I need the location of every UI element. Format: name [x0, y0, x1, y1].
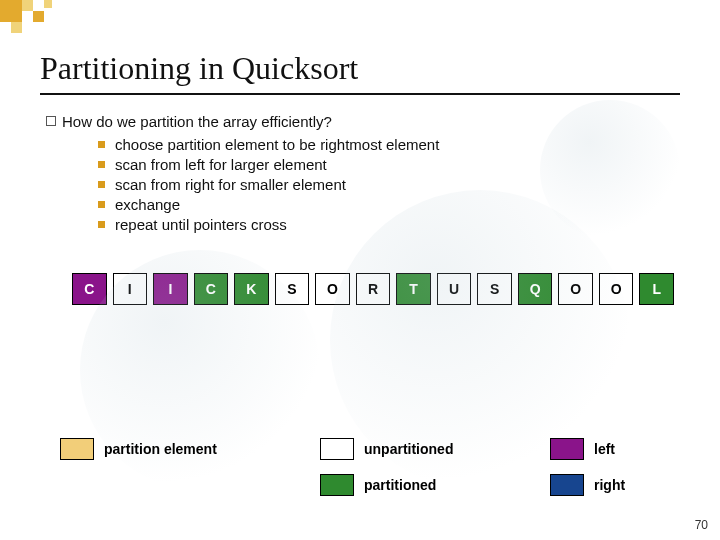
array-cell: R — [356, 273, 391, 305]
array-cell: U — [437, 273, 472, 305]
slide-content: Partitioning in Quicksort How do we part… — [0, 0, 720, 305]
array-cell: S — [477, 273, 512, 305]
array-cell: O — [558, 273, 593, 305]
array-cell: S — [275, 273, 310, 305]
legend: partition element unpartitioned left par… — [60, 424, 680, 510]
legend-label: unpartitioned — [364, 441, 453, 457]
swatch-partition-element — [60, 438, 94, 460]
array-cell: O — [315, 273, 350, 305]
legend-label: left — [594, 441, 615, 457]
list-item: scan from left for larger element — [98, 156, 680, 173]
array-cell: L — [639, 273, 674, 305]
lead-text: How do we partition the array efficientl… — [62, 113, 332, 130]
hollow-square-bullet-icon — [46, 116, 56, 126]
legend-label: right — [594, 477, 625, 493]
array-cell: O — [599, 273, 634, 305]
page-number: 70 — [695, 518, 708, 532]
list-item: exchange — [98, 196, 680, 213]
swatch-partitioned — [320, 474, 354, 496]
array-cell: C — [194, 273, 229, 305]
list-item: repeat until pointers cross — [98, 216, 680, 233]
lead-question: How do we partition the array efficientl… — [46, 113, 680, 130]
list-item: choose partition element to be rightmost… — [98, 136, 680, 153]
array-cell: Q — [518, 273, 553, 305]
swatch-left — [550, 438, 584, 460]
swatch-right — [550, 474, 584, 496]
array-cell: C — [72, 273, 107, 305]
array-cell: T — [396, 273, 431, 305]
array-cell: I — [153, 273, 188, 305]
sub-bullets: choose partition element to be rightmost… — [98, 136, 680, 233]
swatch-unpartitioned — [320, 438, 354, 460]
page-title: Partitioning in Quicksort — [40, 50, 680, 95]
legend-label: partitioned — [364, 477, 436, 493]
legend-label: partition element — [104, 441, 217, 457]
array-cell: I — [113, 273, 148, 305]
array-visualization: C I I C K S O R T U S Q O O L — [72, 273, 680, 305]
array-cell: K — [234, 273, 269, 305]
list-item: scan from right for smaller element — [98, 176, 680, 193]
